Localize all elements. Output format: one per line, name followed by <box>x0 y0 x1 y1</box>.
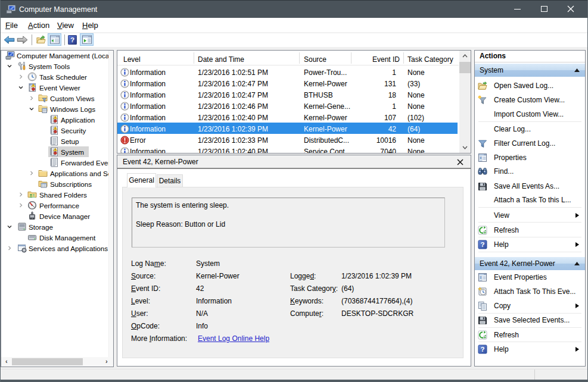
svg-text:?: ? <box>70 36 74 43</box>
